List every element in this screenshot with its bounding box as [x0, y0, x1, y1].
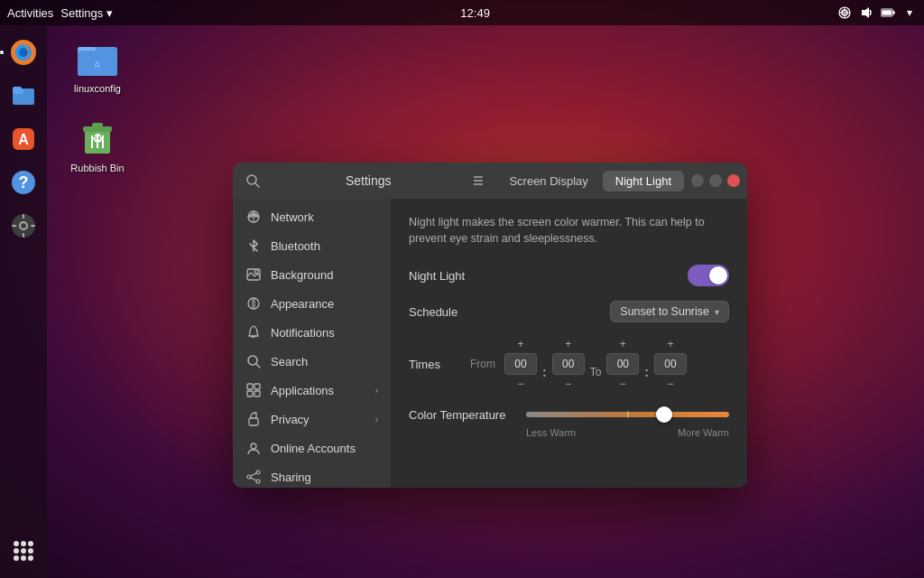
- to-hours-input[interactable]: [606, 353, 639, 375]
- app-menu[interactable]: Settings ▾: [60, 6, 113, 20]
- app-menu-label: Settings: [60, 6, 103, 20]
- svg-rect-6: [893, 11, 895, 14]
- svg-rect-59: [247, 384, 253, 389]
- svg-text:?: ?: [19, 173, 29, 191]
- tab-screen-display[interactable]: Screen Display: [496, 171, 600, 191]
- times-label: Times: [409, 358, 463, 371]
- sidebar-item-applications[interactable]: Applications ›: [233, 376, 391, 405]
- system-menu-icon[interactable]: ▾: [902, 5, 917, 20]
- from-hours-input[interactable]: [504, 353, 537, 375]
- sidebar-item-background[interactable]: Background: [233, 260, 391, 289]
- night-light-toggle[interactable]: [688, 265, 729, 286]
- sidebar-item-online-accounts[interactable]: Online Accounts: [233, 434, 391, 462]
- svg-point-28: [14, 548, 19, 554]
- dock-item-files[interactable]: [4, 76, 43, 116]
- window-titlebar: Settings Screen Display Night Light − □ …: [233, 163, 747, 199]
- to-label: To: [590, 366, 602, 378]
- svg-point-67: [256, 480, 260, 483]
- dock-show-apps-button[interactable]: [4, 531, 43, 571]
- sidebar: Network Bluetooth: [233, 199, 391, 488]
- battery-indicator-icon[interactable]: [881, 5, 895, 20]
- privacy-arrow-icon: ›: [375, 415, 378, 424]
- night-light-description: Night light makes the screen color warme…: [409, 215, 729, 247]
- schedule-dropdown[interactable]: Sunset to Sunrise ▾: [610, 301, 729, 322]
- bluetooth-icon: [245, 238, 262, 254]
- color-temp-slider-track[interactable]: [526, 412, 729, 417]
- svg-rect-21: [23, 214, 24, 219]
- schedule-row: Schedule Sunset to Sunrise ▾: [409, 301, 729, 322]
- sidebar-item-appearance[interactable]: Appearance: [233, 289, 391, 318]
- dock-item-settings[interactable]: [4, 206, 43, 246]
- privacy-label: Privacy: [271, 413, 366, 426]
- volume-indicator-icon[interactable]: [859, 5, 873, 20]
- desktop-icon-rubbish-bin[interactable]: ♻ Rubbish Bin: [61, 112, 134, 177]
- svg-point-20: [21, 223, 26, 228]
- activities-button[interactable]: Activities: [7, 6, 53, 20]
- sharing-label: Sharing: [271, 471, 378, 484]
- clock[interactable]: 12:49: [460, 6, 490, 20]
- tab-night-light[interactable]: Night Light: [603, 171, 684, 191]
- svg-rect-7: [882, 10, 892, 15]
- svg-rect-40: [92, 123, 103, 128]
- svg-text:A: A: [18, 132, 29, 147]
- maximize-button[interactable]: □: [709, 174, 722, 187]
- search-icon: [245, 353, 262, 369]
- from-hours-decrement[interactable]: −: [511, 377, 531, 391]
- dock-item-appcenter[interactable]: A: [4, 119, 43, 159]
- sidebar-item-network[interactable]: Network: [233, 202, 391, 231]
- night-light-toggle-row: Night Light: [409, 265, 729, 286]
- dock-item-firefox[interactable]: [4, 33, 43, 72]
- from-hours-increment[interactable]: +: [511, 337, 531, 351]
- color-temp-row: Color Temperature: [409, 406, 729, 424]
- to-minutes-input[interactable]: [654, 353, 687, 375]
- network-icon: [245, 209, 262, 225]
- main-content: Night light makes the screen color warme…: [391, 199, 747, 488]
- close-button[interactable]: ×: [727, 174, 740, 187]
- to-minutes-increment[interactable]: +: [661, 337, 680, 351]
- color-temp-slider-container: [526, 406, 729, 424]
- from-minutes-input[interactable]: [552, 353, 585, 375]
- online-accounts-label: Online Accounts: [271, 442, 378, 455]
- sidebar-item-bluetooth[interactable]: Bluetooth: [233, 231, 391, 260]
- network-indicator-icon[interactable]: [837, 5, 852, 20]
- to-hours-decrement[interactable]: −: [613, 377, 633, 391]
- background-label: Background: [271, 268, 378, 282]
- minimize-button[interactable]: −: [691, 174, 704, 187]
- svg-rect-23: [12, 225, 16, 227]
- sidebar-item-privacy[interactable]: Privacy ›: [233, 405, 391, 434]
- svg-rect-22: [23, 233, 24, 238]
- window-controls: − □ ×: [691, 174, 747, 187]
- color-temp-slider-thumb[interactable]: [656, 406, 672, 423]
- sidebar-item-search[interactable]: Search: [233, 347, 391, 376]
- desktop: Activities Settings ▾ 12:49: [0, 0, 924, 578]
- to-minutes-group: + −: [654, 337, 687, 391]
- to-separator: :: [644, 365, 649, 379]
- titlebar-search-icon[interactable]: [233, 173, 273, 188]
- svg-text:♻: ♻: [92, 131, 104, 145]
- from-minutes-increment[interactable]: +: [559, 337, 578, 351]
- desktop-icon-linuxconfig[interactable]: ⌂ linuxconfig: [61, 33, 134, 98]
- window-body: Network Bluetooth: [233, 199, 747, 488]
- dropdown-arrow-icon: ▾: [715, 307, 719, 317]
- svg-point-26: [21, 541, 26, 546]
- dock-item-help[interactable]: ?: [4, 163, 43, 202]
- svg-rect-61: [247, 391, 253, 396]
- from-separator: :: [542, 365, 547, 379]
- sidebar-item-notifications[interactable]: Notifications: [233, 318, 391, 347]
- svg-point-54: [254, 270, 258, 274]
- svg-line-68: [251, 473, 256, 476]
- svg-point-10: [19, 48, 28, 57]
- titlebar-menu-button[interactable]: [464, 166, 493, 195]
- to-hours-increment[interactable]: +: [613, 337, 633, 351]
- search-label: Search: [271, 355, 378, 368]
- svg-point-66: [247, 475, 251, 479]
- color-temp-label: Color Temperature: [409, 408, 517, 422]
- to-minutes-decrement[interactable]: −: [661, 377, 680, 391]
- trash-icon: ♻: [76, 116, 119, 159]
- app-menu-arrow-icon: ▾: [106, 6, 113, 20]
- svg-rect-62: [254, 391, 260, 396]
- more-warm-label: More Warm: [678, 427, 729, 438]
- sidebar-item-sharing[interactable]: Sharing: [233, 462, 391, 488]
- from-minutes-decrement[interactable]: −: [559, 377, 578, 391]
- slider-labels: Less Warm More Warm: [409, 427, 729, 438]
